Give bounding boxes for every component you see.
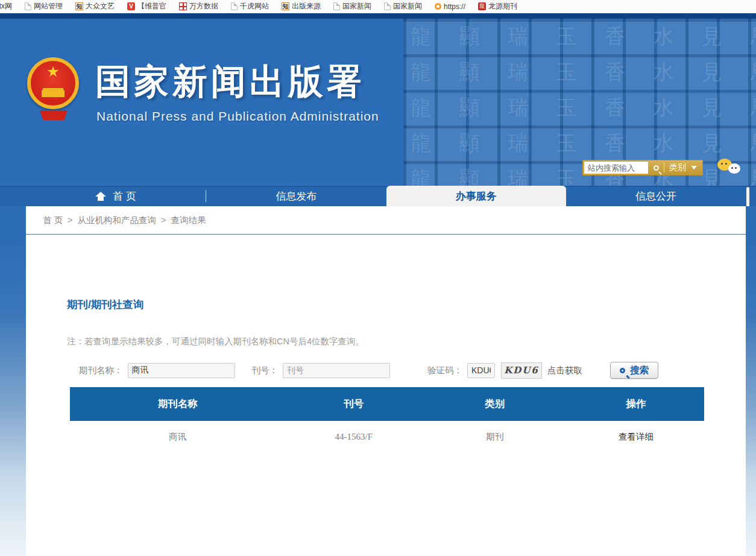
- search-button[interactable]: 搜索: [610, 362, 658, 379]
- content-panel: 首 页 > 从业机构和产品查询 > 查询结果 期刊/期刊社查询 注：若查询显示结…: [26, 206, 746, 556]
- page-icon: [384, 2, 391, 10]
- site-subtitle: National Press and Publication Administr…: [96, 109, 379, 124]
- emblem-gate-icon: [42, 90, 65, 97]
- bookmark-label: wtx网: [0, 1, 12, 11]
- breadcrumb-home[interactable]: 首 页: [43, 215, 63, 226]
- page-icon: [333, 2, 340, 10]
- longyuan-icon: 龍: [478, 2, 486, 10]
- nav-edge-decoration: [746, 187, 749, 206]
- site-title: 国家新闻出版署: [95, 58, 365, 106]
- site-search-area: 类别: [582, 159, 742, 177]
- bookmark-item[interactable]: 知大众文艺: [75, 1, 115, 11]
- cell-category: 期刊: [422, 431, 568, 443]
- emblem-ribbon: [40, 110, 68, 120]
- page-icon: [231, 2, 238, 10]
- page-icon: [25, 2, 31, 10]
- bookmark-label: 出版来源: [292, 1, 321, 11]
- main-nav: 首 页 信息发布 办事服务 信息公开: [0, 186, 756, 206]
- breadcrumb-query[interactable]: 从业机构和产品查询: [78, 215, 157, 226]
- issn-label: 刊号：: [252, 365, 279, 376]
- search-icon[interactable]: [654, 165, 659, 171]
- captcha-image[interactable]: KDU6: [501, 362, 542, 379]
- national-emblem-logo[interactable]: ★: [27, 57, 80, 120]
- table-row: 商讯 44-1563/F 期刊 查看详细: [70, 421, 704, 452]
- bookmark-label: 网站管理: [34, 1, 63, 11]
- tab-info-release[interactable]: 信息发布: [206, 186, 386, 206]
- bookmark-item[interactable]: 网站管理: [25, 1, 63, 11]
- bookmark-item[interactable]: 万方数据: [179, 1, 218, 11]
- bookmark-item[interactable]: https://: [435, 2, 465, 11]
- query-note: 注：若查询显示结果较多，可通过同时输入期刊名称和CN号后4位数字查询。: [67, 336, 746, 347]
- bookmark-label: 国家新闻: [393, 1, 422, 11]
- bookmark-item[interactable]: 国家新闻: [384, 1, 422, 11]
- page-title: 期刊/期刊社查询: [67, 297, 746, 312]
- bookmark-item[interactable]: 知出版来源: [282, 1, 321, 11]
- bookmark-label: 【维普官: [137, 1, 166, 11]
- zhihu-icon: 知: [282, 2, 289, 10]
- col-header-action: 操作: [568, 397, 704, 411]
- bookmark-label: 千虎网站: [240, 1, 269, 11]
- captcha-refresh-link[interactable]: 点击获取: [547, 365, 582, 376]
- chevron-down-icon[interactable]: [691, 166, 697, 169]
- bookmark-item[interactable]: 千虎网站: [231, 1, 269, 11]
- link-ring-icon: [435, 3, 441, 10]
- bookmarks-bar: wtx网 网站管理 知大众文艺 V【维普官 万方数据 千虎网站 知出版来源 国家…: [0, 0, 756, 13]
- bookmark-item[interactable]: 龍龙源期刊: [478, 1, 517, 11]
- tab-info-disclosure[interactable]: 信息公开: [566, 186, 746, 206]
- breadcrumb: 首 页 > 从业机构和产品查询 > 查询结果: [26, 206, 746, 235]
- divider: [664, 163, 664, 172]
- home-icon: [95, 192, 106, 201]
- emblem-star-icon: ★: [46, 65, 60, 79]
- captcha-input[interactable]: [467, 363, 495, 378]
- journal-name-label: 期刊名称：: [79, 365, 123, 376]
- top-navy-strip: [0, 13, 756, 19]
- cell-issn: 44-1563/F: [286, 432, 422, 442]
- query-form: 期刊名称： 刊号： 验证码： KDU6 点击获取 搜索: [79, 362, 746, 379]
- cell-journal-name: 商讯: [70, 431, 286, 443]
- captcha-label: 验证码：: [427, 365, 462, 376]
- bookmark-item[interactable]: wtx网: [0, 1, 12, 11]
- vip-icon: V: [127, 2, 135, 10]
- bookmark-item[interactable]: V【维普官: [127, 1, 166, 11]
- wanfang-icon: [179, 2, 187, 10]
- view-detail-link[interactable]: 查看详细: [568, 431, 704, 443]
- site-search-input[interactable]: [584, 162, 648, 174]
- page-background: 龍 顯 瑞 玉 香 水 見 馬 藏 之 黄 龍 顯 瑞 龍 顯 瑞 玉 香 水 …: [0, 13, 756, 556]
- site-search-widget: 类别: [582, 160, 703, 175]
- bookmark-label: 国家新闻: [342, 1, 371, 11]
- bookmark-label: 龙源期刊: [488, 1, 517, 11]
- col-header-issn: 刊号: [286, 397, 422, 411]
- bookmark-label: 万方数据: [189, 1, 218, 11]
- site-search-controls: 类别: [648, 160, 702, 175]
- zhihu-icon: 知: [75, 2, 83, 10]
- category-dropdown[interactable]: 类别: [669, 162, 686, 173]
- journal-name-input[interactable]: [128, 363, 235, 378]
- tab-home[interactable]: 首 页: [26, 186, 206, 206]
- site-header: 龍 顯 瑞 玉 香 水 見 馬 藏 之 黄 龍 顯 瑞 龍 顯 瑞 玉 香 水 …: [0, 19, 756, 186]
- col-header-name: 期刊名称: [70, 397, 286, 411]
- bookmark-label: 大众文艺: [86, 1, 115, 11]
- col-header-category: 类别: [422, 397, 568, 411]
- bookmark-item[interactable]: 国家新闻: [333, 1, 371, 11]
- issn-input[interactable]: [283, 363, 390, 378]
- results-table: 期刊名称 刊号 类别 操作 商讯 44-1563/F 期刊 查看详细: [70, 387, 704, 452]
- wechat-icon[interactable]: [716, 159, 742, 177]
- search-icon: [620, 368, 625, 373]
- table-header-row: 期刊名称 刊号 类别 操作: [70, 387, 704, 421]
- bookmark-label: https://: [444, 2, 465, 11]
- breadcrumb-result: 查询结果: [171, 215, 206, 226]
- tab-services[interactable]: 办事服务: [386, 186, 566, 206]
